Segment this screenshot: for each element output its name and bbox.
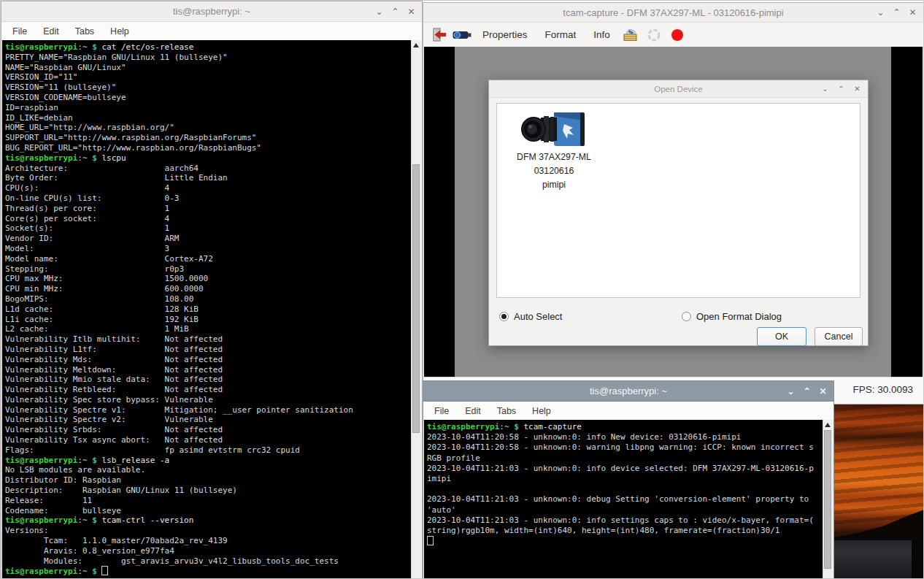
terminal-line: SUPPORT_URL="http://www.raspbian.org/Ras…: [5, 133, 412, 143]
terminal-line: tis@raspberrypi:~ $: [5, 566, 412, 576]
maximize-icon[interactable]: ⌃: [892, 8, 901, 17]
close-icon[interactable]: ✕: [407, 7, 416, 16]
menu-item[interactable]: Help: [524, 404, 559, 418]
terminal-line: L1d cache: 128 KiB: [5, 304, 412, 315]
auto-select-option[interactable]: Auto Select: [499, 311, 563, 322]
terminal-line: CPU max MHz: 1500.0000: [5, 274, 412, 284]
terminal-line: Vulnerability Retbleed: Not affected: [5, 385, 412, 395]
close-icon[interactable]: ✕: [818, 387, 828, 396]
terminal-line: [427, 484, 823, 494]
shutter-icon[interactable]: [644, 26, 663, 45]
open-format-dialog-option[interactable]: Open Format Dialog: [682, 311, 782, 322]
close-icon[interactable]: ✕: [908, 8, 917, 17]
auto-select-radio[interactable]: [499, 312, 509, 321]
terminal-line: Aravis: 0.8_version_e977fa4: [5, 546, 412, 556]
terminal-line: Vulnerability Tsx async abort: Not affec…: [5, 435, 412, 445]
terminal-line: VERSION_ID="11": [5, 72, 412, 83]
save-image-icon[interactable]: [621, 26, 640, 45]
terminal-line: imipi: [427, 474, 823, 484]
minimize-icon[interactable]: ⌄: [786, 387, 796, 396]
wallpaper-water: [833, 540, 923, 578]
terminal-line: string)rggb10m, width=(int)640, height=(…: [427, 526, 823, 536]
scrollbar[interactable]: [411, 40, 421, 578]
scrollbar[interactable]: [823, 420, 833, 578]
terminal-line: Model: 3: [5, 244, 412, 254]
maximize-icon[interactable]: ⌃: [802, 387, 812, 396]
terminal-line: Release: 11: [5, 496, 412, 506]
terminal-line: ID=raspbian: [5, 103, 412, 113]
open-format-dialog-label: Open Format Dialog: [696, 311, 782, 322]
scrollbar-thumb[interactable]: [824, 430, 831, 569]
video-letterbox-left: [424, 47, 455, 377]
terminal-line: Flags: fp asimd evtstrm crc32 cpuid: [5, 445, 412, 456]
terminal-line: tis@raspberrypi:~ $ cat /etc/os-release: [5, 42, 412, 53]
record-icon[interactable]: [668, 26, 687, 45]
terminal-line: 2023-10-04T11:20:58 - unknown:0: info Ne…: [427, 432, 823, 442]
minimize-icon[interactable]: ⌄: [374, 7, 384, 16]
menu-item[interactable]: File: [4, 24, 35, 39]
terminal-line: L1i cache: 192 KiB: [5, 315, 412, 325]
quit-icon[interactable]: [429, 26, 448, 45]
menu-item[interactable]: Tabs: [67, 24, 102, 39]
menu-item[interactable]: Help: [102, 24, 137, 39]
terminal-line: tis@raspberrypi:~ $ tcam-ctrl --version: [5, 515, 412, 526]
desktop: tcam-capture - DFM 37AX297-ML - 03120616…: [0, 0, 924, 579]
tcam-window-controls: ⌄ ⌃ ✕: [876, 3, 917, 22]
device-camera-icon[interactable]: [453, 26, 471, 45]
device-interface: pimipi: [504, 178, 604, 192]
bottom-terminal-title: tis@raspberrypi: ~: [590, 386, 667, 396]
terminal-line: Vulnerability Spec store bypass: Vulnera…: [5, 395, 412, 405]
maximize-icon[interactable]: ⌃: [390, 7, 400, 16]
terminal-line: VERSION_CODENAME=bullseye: [5, 93, 412, 103]
terminal-line: No LSB modules are available.: [5, 465, 412, 475]
terminal-line: 2023-10-04T11:21:03 - unknown:0: debug S…: [427, 494, 823, 505]
format-button[interactable]: Format: [539, 26, 583, 43]
terminal-line: Distributor ID: Raspbian: [5, 475, 412, 486]
terminal-line: Modules: gst_aravis_arvu3v_v4l2_libusb_t…: [5, 556, 412, 567]
scroll-up-icon[interactable]: [825, 423, 831, 427]
scroll-up-icon[interactable]: [413, 43, 419, 47]
terminal-cursor: [427, 536, 434, 545]
info-button[interactable]: Info: [587, 26, 617, 43]
terminal-line: BogoMIPS: 108.00: [5, 294, 412, 304]
left-terminal-menubar: FileEditTabsHelp: [1, 22, 422, 41]
terminal-output: tis@raspberrypi:~ $ tcam-capture2023-10-…: [424, 420, 823, 578]
terminal-line: On-line CPU(s) list: 0-3: [5, 193, 412, 204]
scrollbar-thumb[interactable]: [412, 164, 420, 433]
minimize-icon[interactable]: ⌄: [820, 85, 830, 93]
terminal-line: L2 cache: 1 MiB: [5, 324, 412, 334]
terminal-line: Thread(s) per core: 1: [5, 204, 412, 214]
menu-item[interactable]: File: [426, 404, 457, 418]
ok-button[interactable]: OK: [757, 327, 806, 346]
device-list-item[interactable]: DFM 37AX297-ML 03120616 pimipi: [504, 108, 604, 192]
cancel-button[interactable]: Cancel: [815, 327, 863, 346]
maximize-icon[interactable]: ⌃: [836, 85, 846, 93]
terminal-line: Vulnerability Spectre v2: Vulnerable: [5, 415, 412, 425]
left-terminal-titlebar[interactable]: tis@raspberrypi: ~ ⌄ ⌃ ✕: [1, 1, 422, 22]
bottom-terminal-titlebar[interactable]: tis@raspberrypi: ~ ⌄ ⌃ ✕: [423, 381, 833, 402]
terminal-line: VERSION="11 (bullseye)": [5, 83, 412, 93]
wallpaper-rock: [912, 540, 923, 578]
menu-item[interactable]: Tabs: [489, 404, 524, 418]
tcam-titlebar[interactable]: tcam-capture - DFM 37AX297-ML - 03120616…: [423, 3, 923, 23]
terminal-line: Vulnerability Meltdown: Not affected: [5, 365, 412, 375]
left-terminal-screen: tis@raspberrypi:~ $ cat /etc/os-releaseP…: [2, 40, 421, 578]
minimize-icon[interactable]: ⌄: [876, 8, 885, 17]
terminal-line: 2023-10-04T11:21:03 - unknown:0: info se…: [427, 515, 823, 526]
terminal-line: 2023-10-04T11:21:03 - unknown:0: info de…: [427, 464, 823, 474]
terminal-line: tis@raspberrypi:~ $ lsb_release -a: [5, 456, 412, 466]
properties-button[interactable]: Properties: [476, 26, 534, 43]
terminal-line: 2023-10-04T11:20:58 - unknown:0: warning…: [427, 442, 823, 453]
terminal-line: 'auto': [427, 505, 823, 515]
close-icon[interactable]: ✕: [852, 85, 862, 93]
dialog-title: Open Device: [654, 85, 702, 93]
terminal-line: RGB profile: [427, 453, 823, 464]
terminal-line: Vulnerability Mmio stale data: Not affec…: [5, 375, 412, 385]
dialog-titlebar[interactable]: Open Device ⌄ ⌃ ✕: [489, 80, 868, 98]
device-list-panel: DFM 37AX297-ML 03120616 pimipi: [496, 103, 861, 298]
terminal-line: Socket(s): 1: [5, 223, 412, 234]
menu-item[interactable]: Edit: [35, 24, 67, 39]
camera-device-image: [520, 108, 588, 150]
menu-item[interactable]: Edit: [457, 404, 489, 418]
open-format-dialog-radio[interactable]: [682, 312, 691, 321]
